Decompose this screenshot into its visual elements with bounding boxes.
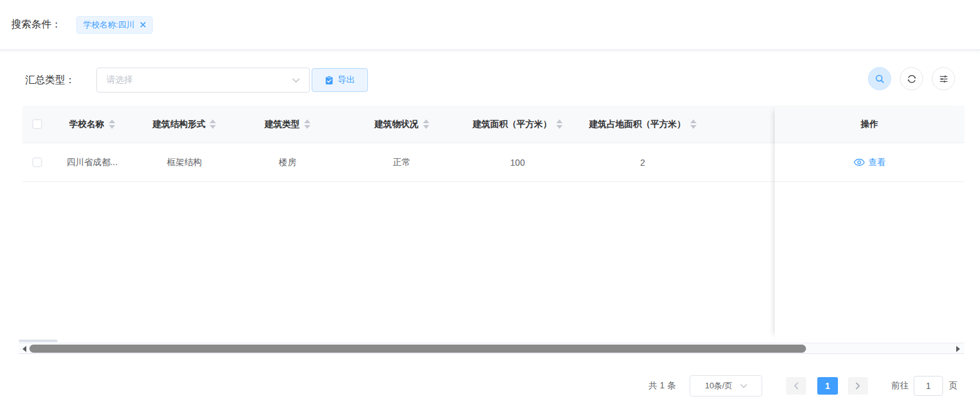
sliders-icon — [939, 74, 949, 84]
data-table: 学校名称 建筑结构形式 建筑类型 建筑物状况 建筑面积（平方米） 建筑占地面积（… — [23, 106, 964, 339]
view-link[interactable]: 查看 — [854, 157, 886, 168]
fixed-operation-column: 操作 查看 — [775, 106, 964, 339]
cell-building-condition: 正常 — [339, 143, 464, 181]
summary-type-placeholder: 请选择 — [106, 74, 292, 86]
header-label: 学校名称 — [69, 119, 105, 130]
header-label: 建筑面积（平方米） — [473, 119, 552, 130]
row-select-cell — [23, 143, 51, 181]
header-filler — [715, 106, 775, 143]
filter-tag: 学校名称:四川 — [76, 16, 153, 34]
header-school-name[interactable]: 学校名称 — [51, 106, 133, 143]
toolbar-icon-buttons — [868, 67, 955, 90]
cell-footprint-area: 2 — [571, 143, 715, 181]
sort-carets-icon[interactable] — [210, 119, 216, 129]
chevron-down-icon — [292, 74, 300, 86]
scrollbar-left-arrow[interactable] — [23, 346, 26, 352]
select-all-checkbox[interactable] — [33, 119, 42, 129]
export-button-label: 导出 — [338, 74, 355, 86]
summary-type-select[interactable]: 请选择 — [96, 68, 310, 93]
header-structure-form[interactable]: 建筑结构形式 — [133, 106, 236, 143]
total-count-text: 共 1 条 — [648, 380, 676, 391]
chevron-left-icon — [794, 382, 799, 390]
row-checkbox[interactable] — [33, 158, 42, 167]
goto-page-label: 前往 — [891, 380, 909, 391]
next-page-button[interactable] — [848, 377, 868, 395]
inner-scrollbar-thumb — [19, 340, 58, 342]
table-row[interactable]: 四川省成都... 框架结构 楼房 正常 100 2 — [23, 143, 775, 182]
goto-page-input[interactable] — [914, 376, 943, 396]
table-toolbar: 汇总类型： 请选择 导出 — [0, 68, 980, 93]
filter-tag-text: 学校名称:四川 — [83, 19, 135, 31]
page-size-value: 10条/页 — [705, 380, 732, 391]
sort-carets-icon[interactable] — [304, 119, 310, 129]
header-building-condition[interactable]: 建筑物状况 — [339, 106, 464, 143]
cell-building-type: 楼房 — [236, 143, 339, 181]
header-building-area[interactable]: 建筑面积（平方米） — [464, 106, 571, 143]
header-building-type[interactable]: 建筑类型 — [236, 106, 339, 143]
summary-type-label: 汇总类型： — [25, 74, 75, 87]
goto-page-unit: 页 — [949, 380, 957, 391]
cell-building-area: 100 — [464, 143, 571, 181]
header-label: 建筑占地面积（平方米） — [590, 119, 686, 130]
cell-filler — [715, 143, 775, 181]
sort-carets-icon[interactable] — [423, 119, 429, 129]
table-header-row: 学校名称 建筑结构形式 建筑类型 建筑物状况 建筑面积（平方米） 建筑占地面积（… — [23, 106, 775, 143]
sort-carets-icon[interactable] — [109, 119, 115, 129]
scrollbar-thumb[interactable] — [29, 345, 806, 353]
tag-close-icon[interactable] — [140, 22, 146, 28]
scrollbar-right-arrow[interactable] — [956, 346, 960, 352]
chevron-down-icon — [740, 384, 747, 388]
search-condition-bar: 搜索条件： 学校名称:四川 — [0, 0, 980, 50]
prev-page-button[interactable] — [786, 377, 806, 395]
refresh-icon — [907, 74, 917, 84]
header-footprint-area[interactable]: 建筑占地面积（平方米） — [571, 106, 715, 143]
header-label: 建筑物状况 — [375, 119, 419, 130]
header-operation: 操作 — [775, 106, 964, 143]
view-link-label: 查看 — [869, 157, 886, 168]
refresh-button[interactable] — [900, 67, 923, 90]
header-label: 建筑类型 — [265, 119, 300, 130]
column-settings-button[interactable] — [932, 67, 955, 90]
cell-structure-form: 框架结构 — [133, 143, 236, 181]
page-number-button[interactable]: 1 — [817, 377, 838, 395]
chevron-right-icon — [855, 382, 860, 390]
search-condition-label: 搜索条件： — [11, 18, 61, 31]
operation-cell: 查看 — [775, 143, 964, 182]
table-main-area: 学校名称 建筑结构形式 建筑类型 建筑物状况 建筑面积（平方米） 建筑占地面积（… — [23, 106, 775, 182]
cell-school-name: 四川省成都... — [51, 143, 133, 181]
export-clipboard-icon — [325, 76, 334, 85]
header-select-all-cell — [23, 106, 51, 143]
search-button[interactable] — [868, 67, 891, 90]
page-size-select[interactable]: 10条/页 — [690, 375, 762, 396]
sort-carets-icon[interactable] — [556, 119, 563, 129]
sort-carets-icon[interactable] — [690, 119, 697, 129]
eye-icon — [854, 158, 865, 166]
pagination-bar: 共 1 条 10条/页 1 前往 页 — [0, 375, 980, 396]
horizontal-scrollbar[interactable] — [19, 343, 964, 354]
header-label: 建筑结构形式 — [153, 119, 205, 130]
export-button[interactable]: 导出 — [312, 68, 368, 92]
search-icon — [875, 74, 885, 84]
